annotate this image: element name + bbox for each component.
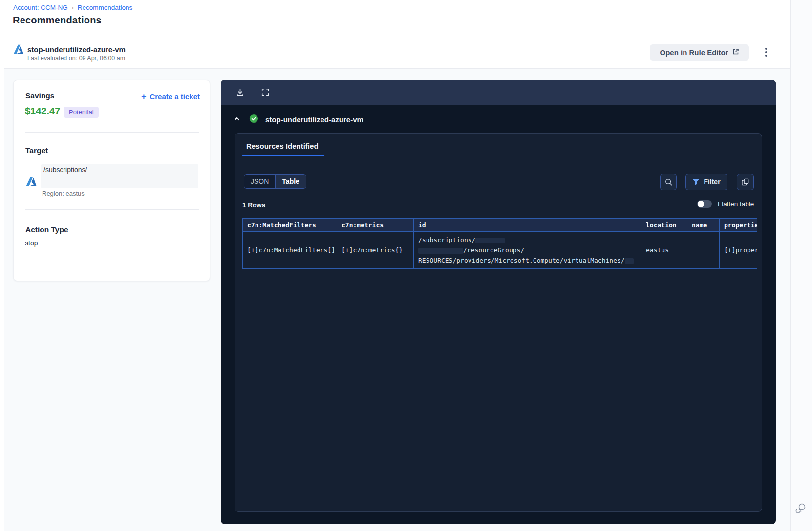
column-header-id: id xyxy=(414,219,641,232)
breadcrumb-separator-icon: › xyxy=(72,4,74,11)
cell-location: eastus xyxy=(641,232,687,269)
toggle-pill[interactable] xyxy=(697,200,712,208)
redaction-block xyxy=(418,248,463,254)
rule-last-evaluated: Last evaluated on: 09 Apr, 06:00 am xyxy=(27,55,125,62)
chevron-up-icon xyxy=(234,115,240,122)
cell-id-line1: /subscriptions/ xyxy=(418,235,637,245)
column-header-properties: properties xyxy=(720,219,757,232)
panel-toolbar xyxy=(221,80,776,105)
fullscreen-button[interactable] xyxy=(260,87,271,98)
redaction-block xyxy=(625,258,634,264)
breadcrumb-account-link[interactable]: Account: CCM-NG xyxy=(13,4,68,11)
plus-icon: + xyxy=(141,93,147,100)
copy-icon xyxy=(741,178,749,186)
azure-icon xyxy=(13,44,24,57)
table-row: [+]c7n:MatchedFilters[] [+]c7n:metrics{}… xyxy=(243,232,757,269)
target-path: /subscriptions/ xyxy=(41,164,198,188)
create-ticket-link[interactable]: + Create a ticket xyxy=(141,92,200,101)
filter-button[interactable]: Filter xyxy=(685,174,727,190)
rule-collapse-row: stop-underutilized-azure-vm xyxy=(233,113,363,126)
toggle-knob xyxy=(698,201,704,207)
column-header-matched-filters: c7n:MatchedFilters xyxy=(243,219,337,232)
filter-icon xyxy=(692,178,700,186)
cell-id: /subscriptions/ /resourceGroups/ RESOURC… xyxy=(414,232,641,269)
resources-table: c7n:MatchedFilters c7n:metrics id locati… xyxy=(242,218,757,269)
chat-icon xyxy=(795,502,808,514)
cell-metrics-expander[interactable]: [+]c7n:metrics{} xyxy=(337,232,414,269)
resources-table-container: c7n:MatchedFilters c7n:metrics id locati… xyxy=(242,218,757,277)
flatten-toggle[interactable]: Flatten table xyxy=(697,200,754,208)
breadcrumb: Account: CCM-NG › Recommendations xyxy=(13,4,132,11)
fullscreen-icon xyxy=(261,88,270,97)
view-toggle-json[interactable]: JSON xyxy=(244,175,275,188)
external-link-icon xyxy=(732,48,739,57)
download-icon xyxy=(235,88,245,97)
flatten-label: Flatten table xyxy=(718,200,754,208)
page-title: Recommendations xyxy=(13,15,102,26)
cell-id-line3: RESOURCES/providers/Microsoft.Compute/vi… xyxy=(418,255,637,266)
target-region: Region: eastus xyxy=(42,190,85,197)
rows-count: 1 Rows xyxy=(242,201,265,209)
filter-label: Filter xyxy=(704,178,720,186)
search-icon xyxy=(664,178,673,186)
action-type-value: stop xyxy=(25,239,38,247)
download-button[interactable] xyxy=(235,87,245,98)
resources-panel: stop-underutilized-azure-vm Resources Id… xyxy=(221,80,776,524)
right-rail xyxy=(790,0,812,531)
tab-resources-identified[interactable]: Resources Identified xyxy=(246,142,319,150)
savings-amount: $142.47 xyxy=(25,106,60,117)
chat-button[interactable] xyxy=(795,502,809,515)
cell-name xyxy=(687,232,720,269)
card-divider-2 xyxy=(25,209,199,210)
search-button[interactable] xyxy=(660,174,677,190)
card-divider xyxy=(25,132,199,133)
kebab-menu-button[interactable] xyxy=(760,44,772,61)
redaction-block xyxy=(475,238,505,243)
rule-header: stop-underutilized-azure-vm Last evaluat… xyxy=(4,33,790,69)
id-line2-text: /resourceGroups/ xyxy=(463,246,524,254)
top-bar: Account: CCM-NG › Recommendations Recomm… xyxy=(4,0,790,32)
tab-active-underline xyxy=(242,155,324,156)
target-path-text: /subscriptions/ xyxy=(43,166,87,174)
collapse-button[interactable] xyxy=(233,115,241,123)
cell-id-line2: /resourceGroups/ xyxy=(418,245,637,255)
create-ticket-label: Create a ticket xyxy=(150,92,200,101)
view-toggle: JSON Table xyxy=(244,174,306,189)
open-rule-editor-button[interactable]: Open in Rule Editor xyxy=(650,44,749,61)
target-label: Target xyxy=(25,146,48,155)
savings-label: Savings xyxy=(25,91,54,100)
cell-properties-expander[interactable]: [+]properties{} xyxy=(720,232,757,269)
id-line3-text: RESOURCES/providers/Microsoft.Compute/vi… xyxy=(418,257,625,264)
breadcrumb-current-link[interactable]: Recommendations xyxy=(78,4,133,11)
open-rule-editor-label: Open in Rule Editor xyxy=(660,48,728,57)
recommendations-page: Account: CCM-NG › Recommendations Recomm… xyxy=(0,0,812,531)
potential-badge: Potential xyxy=(64,107,99,118)
resources-card: Resources Identified JSON Table Filter xyxy=(235,133,762,512)
rule-name: stop-underutilized-azure-vm xyxy=(27,45,126,54)
cell-matched-filters-expander[interactable]: [+]c7n:MatchedFilters[] xyxy=(243,232,337,269)
id-line1-text: /subscriptions/ xyxy=(418,236,475,243)
column-header-location: location xyxy=(641,219,687,232)
table-header-row: c7n:MatchedFilters c7n:metrics id locati… xyxy=(243,219,757,232)
target-azure-icon xyxy=(25,175,38,190)
copy-button[interactable] xyxy=(737,174,754,190)
action-type-label: Action Type xyxy=(25,225,68,234)
column-header-metrics: c7n:metrics xyxy=(337,219,414,232)
view-toggle-table[interactable]: Table xyxy=(275,175,306,188)
panel-rule-name: stop-underutilized-azure-vm xyxy=(265,115,363,124)
summary-card: Savings + Create a ticket $142.47 Potent… xyxy=(13,80,210,281)
column-header-name: name xyxy=(687,219,720,232)
success-check-icon xyxy=(249,114,258,125)
